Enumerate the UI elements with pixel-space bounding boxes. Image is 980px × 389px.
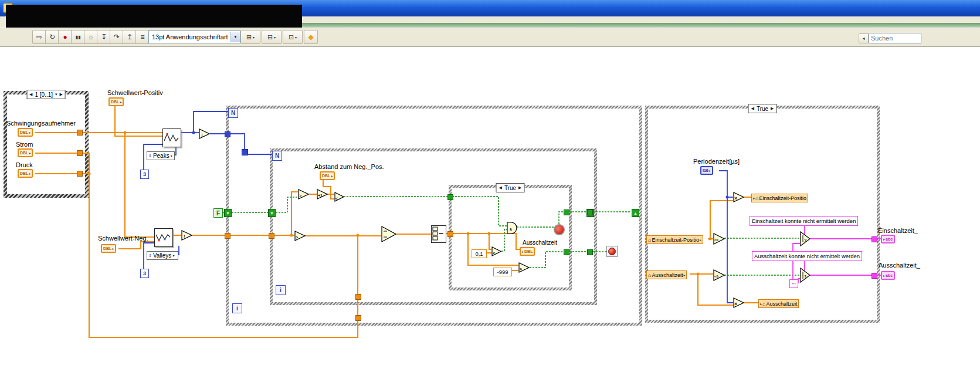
shift-register-left-inner[interactable]: ▼: [268, 209, 276, 217]
inner-loop-iteration-terminal[interactable]: i: [276, 285, 286, 295]
local-write-einschaltzeit[interactable]: ▸⌂Einschaltzeit-Positio: [751, 194, 808, 202]
tunnel[interactable]: [77, 171, 83, 177]
tunnel[interactable]: [77, 130, 83, 136]
empty-string-constant[interactable]: ⋯: [789, 279, 798, 288]
indicator-ausschaltzeit-string[interactable]: ▸abc: [881, 271, 895, 280]
inner-loop-count-terminal[interactable]: N: [272, 151, 282, 161]
tunnel[interactable]: [872, 273, 877, 279]
tunnel[interactable]: [587, 209, 593, 215]
sequence-next-arrow[interactable]: ▶: [60, 92, 63, 97]
select-node-2[interactable]: ?: [800, 268, 811, 285]
terminal-periodenzeit[interactable]: I16▸: [700, 166, 713, 175]
outer-loop-count-terminal[interactable]: N: [228, 108, 238, 118]
local-read-einschaltzeit[interactable]: ⌂Einschaltzeit-Positio▸: [646, 235, 703, 244]
step-into-button[interactable]: ↧: [97, 30, 111, 44]
loop-condition-terminal[interactable]: [606, 246, 618, 257]
terminal-schwellwert-neg[interactable]: DBL▸: [101, 244, 116, 253]
align-objects-dropdown[interactable]: ⊞▾: [240, 30, 260, 44]
case-prev-arrow[interactable]: ◀: [751, 106, 754, 111]
interpolate-node[interactable]: [381, 226, 396, 245]
tunnel[interactable]: [564, 249, 569, 255]
distribute-objects-dropdown[interactable]: ⊟▾: [262, 30, 282, 44]
case-prev-arrow[interactable]: ◀: [499, 185, 502, 190]
shift-register-right-outer[interactable]: ▲: [632, 209, 639, 217]
terminal-schwellwert-positiv[interactable]: DBL▸: [108, 97, 124, 106]
case-next-arrow[interactable]: ▶: [771, 106, 774, 111]
cleanup-diagram-button[interactable]: ◆: [304, 30, 318, 44]
step-over-button[interactable]: ↷: [110, 30, 124, 44]
pause-button[interactable]: ▮▮: [71, 30, 85, 44]
peak-detector-node-1[interactable]: [162, 128, 181, 147]
peak-detector-node-2[interactable]: [154, 228, 173, 247]
tunnel[interactable]: [77, 150, 83, 156]
text-settings-button[interactable]: ≡: [135, 30, 150, 44]
constant-3-top[interactable]: 3: [140, 170, 149, 179]
tunnel[interactable]: [355, 294, 361, 300]
increment-node[interactable]: +1: [317, 189, 328, 202]
terminal-arrow-icon: ▸: [700, 238, 701, 242]
right-case-selector[interactable]: ◀ True ▶: [748, 104, 777, 113]
indicator-einschaltzeit-string[interactable]: ▸abc: [881, 235, 895, 243]
less-than-zero-node-1[interactable]: <0: [713, 233, 725, 247]
sequence-selector[interactable]: ◀ 1 [0..1] ▾ ▶: [26, 90, 66, 99]
tunnel[interactable]: [225, 131, 230, 137]
array-op-node-2[interactable]: ⋮: [181, 230, 192, 243]
enum-valleys[interactable]: ⇕Valleys▾: [147, 251, 178, 260]
string-constant-einschalt-error[interactable]: Einschaltzeit konnte nicht ermittelt wer…: [750, 216, 858, 226]
abort-button[interactable]: ●: [58, 30, 72, 44]
select-node-1[interactable]: ?: [800, 231, 811, 249]
less-node-1[interactable]: <: [334, 192, 344, 204]
run-continuous-button[interactable]: ↻: [45, 30, 59, 44]
font-selector[interactable]: 13pt Anwendungsschriftart ▾: [148, 31, 240, 43]
tunnel[interactable]: [225, 233, 230, 239]
build-array-node[interactable]: [431, 225, 446, 243]
resize-objects-dropdown[interactable]: ⊡▾: [283, 30, 303, 44]
tunnel[interactable]: [447, 231, 453, 237]
tunnel[interactable]: [355, 315, 361, 321]
string-constant-ausschalt-error[interactable]: Ausschaltzeit konnte nicht ermittelt wer…: [752, 251, 862, 261]
terminal-abstand[interactable]: DBL▸: [320, 171, 335, 180]
tunnel[interactable]: [564, 209, 569, 215]
less-than-zero-node-2[interactable]: <0: [713, 269, 725, 283]
indicator-ausschaltzeit[interactable]: ▸DBL: [520, 247, 535, 256]
run-button[interactable]: ⇨: [32, 30, 46, 44]
array-op-node-1[interactable]: ⋮: [199, 128, 210, 141]
stop-boolean-inner[interactable]: [554, 224, 565, 235]
tunnel[interactable]: [447, 194, 453, 200]
enum-peaks[interactable]: ⇕Peaks▾: [147, 151, 175, 160]
inner-case-selector[interactable]: ◀ True ▶: [496, 183, 525, 192]
tunnel[interactable]: [872, 236, 877, 242]
local-label: Einschaltzeit-Positio: [759, 195, 806, 201]
local-write-ausschaltzeit[interactable]: ▸⌂Ausschaltzeit: [758, 299, 799, 308]
greater-node-2[interactable]: >: [294, 231, 306, 243]
search-nav-button[interactable]: ◂: [859, 33, 869, 43]
case-next-arrow[interactable]: ▶: [518, 185, 521, 190]
tunnel[interactable]: [587, 249, 593, 255]
less-node-2[interactable]: <: [491, 246, 501, 259]
local-read-ausschaltzeit[interactable]: ⌂Ausschaltzeit▸: [646, 270, 687, 279]
search-input[interactable]: [869, 33, 921, 43]
sequence-prev-arrow[interactable]: ◀: [29, 92, 32, 97]
outer-loop-iteration-terminal[interactable]: i: [232, 303, 242, 313]
sequence-dropdown-arrow[interactable]: ▾: [55, 92, 57, 97]
terminal-strom[interactable]: DBL▸: [18, 148, 33, 157]
constant-3-bottom[interactable]: 3: [140, 269, 149, 278]
terminal-druck[interactable]: DBL▸: [18, 169, 33, 178]
terminal-schwingungsaufnehmer[interactable]: DBL▸: [18, 128, 33, 137]
false-constant[interactable]: F: [213, 208, 223, 218]
greater-node-3[interactable]: >: [518, 262, 530, 275]
multiply-node-2[interactable]: ×: [733, 297, 744, 310]
step-out-button[interactable]: ↥: [123, 30, 137, 44]
op-glyph: ⋮: [182, 235, 186, 239]
and-node[interactable]: ∧: [507, 221, 518, 236]
highlight-execution-button[interactable]: ☼: [84, 30, 98, 44]
constant-0-1[interactable]: 0,1: [472, 249, 487, 258]
font-selector-dropdown-arrow[interactable]: ▾: [230, 32, 240, 42]
multiply-node-1[interactable]: ×: [733, 192, 744, 205]
constant-neg999[interactable]: -999: [493, 268, 512, 276]
tunnel[interactable]: [269, 233, 274, 239]
tunnel[interactable]: [242, 149, 248, 155]
shift-register-left-outer[interactable]: ▼: [224, 209, 232, 217]
greater-node-1[interactable]: >: [298, 189, 309, 202]
right-case-structure[interactable]: ◀ True ▶: [645, 106, 880, 323]
